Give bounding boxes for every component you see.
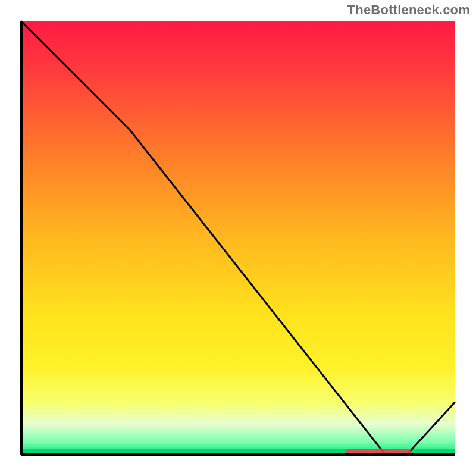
chart-svg — [18, 18, 458, 458]
watermark-label: TheBottleneck.com — [347, 2, 470, 18]
page-root: TheBottleneck.com — [0, 0, 476, 476]
marker-band — [346, 449, 411, 453]
chart-area — [18, 18, 458, 458]
